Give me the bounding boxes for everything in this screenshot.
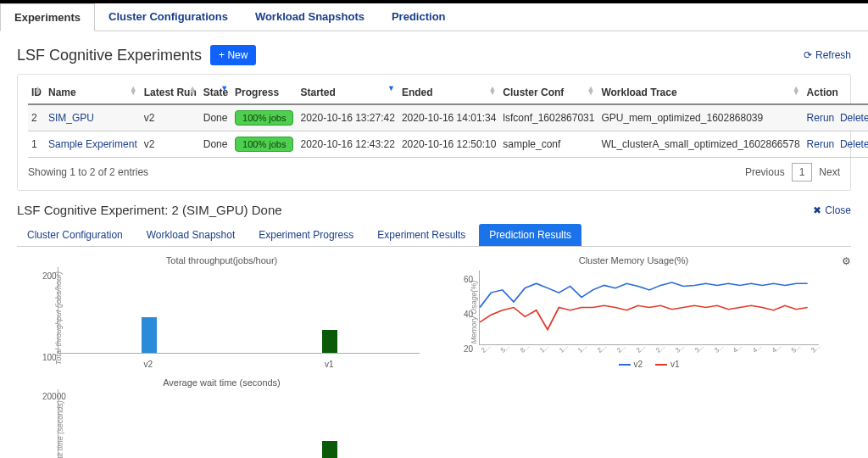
col-action: Action bbox=[804, 81, 868, 104]
rerun-link[interactable]: Rerun bbox=[807, 112, 835, 124]
table-row[interactable]: 2 SIM_GPU v2 Done 100% jobs 2020-10-16 1… bbox=[28, 104, 868, 131]
table-row[interactable]: 1 Sample Experiment v2 Done 100% jobs 20… bbox=[28, 131, 868, 158]
pager: Previous 1 Next bbox=[745, 163, 840, 182]
page-title: LSF Cognitive Experiments bbox=[17, 47, 202, 64]
gear-icon[interactable]: ⚙ bbox=[842, 255, 851, 458]
bar-v2 bbox=[142, 317, 157, 353]
new-button[interactable]: + New bbox=[210, 45, 256, 65]
refresh-label: Refresh bbox=[815, 49, 851, 61]
subtab-experiment-results[interactable]: Experiment Results bbox=[367, 224, 476, 246]
experiments-table-card: ID▲▼ Name▲▼ Latest Run▲▼ State▼ Progress… bbox=[17, 74, 851, 191]
col-progress[interactable]: Progress bbox=[231, 81, 297, 104]
next-page[interactable]: Next bbox=[819, 166, 840, 178]
tab-prediction[interactable]: Prediction bbox=[378, 3, 459, 31]
bar-v1 bbox=[322, 330, 337, 353]
close-icon: ✖ bbox=[813, 204, 821, 216]
waittime-chart: Average wait time (seconds) Average wait… bbox=[17, 377, 426, 458]
main-tabs: Experiments Cluster Configurations Workl… bbox=[0, 3, 868, 31]
tab-workload-snapshots[interactable]: Workload Snapshots bbox=[242, 3, 378, 31]
col-id[interactable]: ID▲▼ bbox=[28, 81, 45, 104]
progress-badge: 100% jobs bbox=[235, 137, 293, 152]
delete-link[interactable]: Delete bbox=[840, 138, 868, 150]
page-number[interactable]: 1 bbox=[792, 163, 813, 182]
col-latest-run[interactable]: Latest Run▲▼ bbox=[141, 81, 200, 104]
col-name[interactable]: Name▲▼ bbox=[45, 81, 141, 104]
close-button[interactable]: ✖ Close bbox=[813, 204, 851, 216]
subtab-experiment-progress[interactable]: Experiment Progress bbox=[248, 224, 364, 246]
experiments-table: ID▲▼ Name▲▼ Latest Run▲▼ State▼ Progress… bbox=[28, 81, 868, 158]
rerun-link[interactable]: Rerun bbox=[807, 138, 835, 150]
tab-experiments[interactable]: Experiments bbox=[0, 3, 95, 31]
memory-chart: Cluster Memory Usage(%) Memory Usage(%) … bbox=[442, 255, 826, 458]
col-workload-trace[interactable]: Workload Trace▲▼ bbox=[598, 81, 803, 104]
col-cluster-conf[interactable]: Cluster Conf▲▼ bbox=[499, 81, 598, 104]
subtab-prediction-results[interactable]: Prediction Results bbox=[479, 224, 581, 246]
detail-title: LSF Cognitive Experiment: 2 (SIM_GPU) Do… bbox=[17, 203, 282, 217]
chart-legend: v2 v1 bbox=[479, 358, 819, 370]
x-ticks: 2...5...8...1...1...1...2...2...2...2...… bbox=[480, 349, 819, 356]
progress-badge: 100% jobs bbox=[235, 110, 293, 126]
col-started[interactable]: Started▼ bbox=[297, 81, 398, 104]
col-ended[interactable]: Ended▲▼ bbox=[398, 81, 499, 104]
delete-link[interactable]: Delete bbox=[840, 112, 868, 124]
detail-subtabs: Cluster Configuration Workload Snapshot … bbox=[17, 224, 851, 247]
tab-cluster-configurations[interactable]: Cluster Configurations bbox=[95, 3, 242, 31]
col-state[interactable]: State▼ bbox=[200, 81, 231, 104]
subtab-workload-snapshot[interactable]: Workload Snapshot bbox=[136, 224, 246, 246]
refresh-icon: ⟳ bbox=[804, 49, 812, 61]
bar-v1 bbox=[322, 441, 337, 459]
refresh-button[interactable]: ⟳ Refresh bbox=[804, 49, 851, 61]
experiment-link[interactable]: Sample Experiment bbox=[48, 138, 137, 150]
table-info: Showing 1 to 2 of 2 entries bbox=[28, 166, 148, 178]
throughput-chart: Total throughput(jobs/hour) Total throug… bbox=[17, 255, 426, 369]
experiment-link[interactable]: SIM_GPU bbox=[48, 112, 94, 124]
subtab-cluster-configuration[interactable]: Cluster Configuration bbox=[17, 224, 133, 246]
prev-page[interactable]: Previous bbox=[745, 166, 785, 178]
